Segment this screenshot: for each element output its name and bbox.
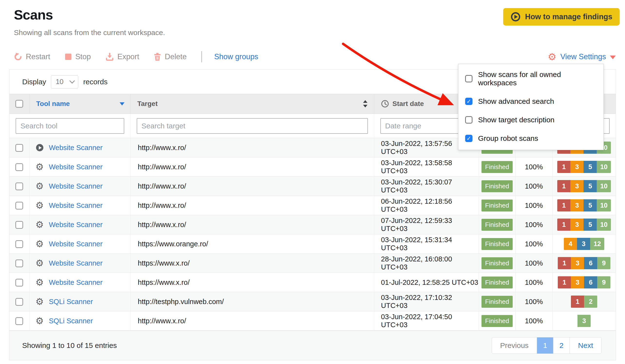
table-row: ⚙Website Scannerhttp://www.x.ro/03-Jun-2… [9,157,616,177]
row-checkbox[interactable] [15,259,23,267]
menu-item-show-scans-for-all-owned-workspaces[interactable]: Show scans for all owned workspaces [465,70,599,87]
checkbox-unchecked[interactable] [465,116,472,123]
finding-badge-green[interactable]: 9 [597,276,610,288]
finding-badge-red[interactable]: 1 [558,276,571,288]
pagination-1[interactable]: 1 [537,337,553,354]
search-tool-input[interactable] [16,118,124,134]
finding-badge-green[interactable]: 10 [597,161,611,173]
checkbox-checked[interactable]: ✓ [465,98,472,105]
findings-badges[interactable]: 13510 [557,161,611,173]
tool-link[interactable]: SQLi Scanner [49,298,93,306]
finding-badge-orange[interactable]: 3 [570,199,584,212]
pagination-2[interactable]: 2 [553,337,569,354]
status-cell: Finished [479,273,515,292]
row-checkbox[interactable] [15,163,23,171]
finding-badge-blue[interactable]: 5 [584,161,597,173]
findings-badges[interactable]: 13510 [557,218,611,231]
finding-badge-green[interactable]: 12 [590,238,604,250]
column-header-target[interactable]: Target [130,94,374,114]
tool-link[interactable]: Website Scanner [49,202,103,210]
tool-link[interactable]: Website Scanner [49,163,103,171]
stop-label: Stop [75,52,91,61]
menu-item-label: Show scans for all owned workspaces [478,70,599,87]
finding-badge-red[interactable]: 1 [571,296,584,308]
findings-badges[interactable]: 4312 [564,238,604,250]
records-label: records [83,78,107,86]
tool-link[interactable]: Website Scanner [49,221,103,229]
menu-item-group-robot-scans[interactable]: ✓Group robot scans [465,134,599,143]
finding-badge-green[interactable]: 10 [597,218,611,231]
findings-badges[interactable]: 12 [571,296,597,308]
row-checkbox[interactable] [15,298,23,306]
finding-badge-red[interactable]: 1 [557,161,570,173]
pagination-previous[interactable]: Previous [492,337,537,354]
finding-badge-blue[interactable]: 5 [584,180,597,192]
how-to-manage-findings-button[interactable]: How to manage findings [503,8,620,26]
menu-item-label: Show target description [478,116,555,124]
menu-item-show-target-description[interactable]: Show target description [465,116,599,124]
finding-badge-orange[interactable]: 3 [571,276,584,288]
target-cell: https://www.x.ro/ [130,273,374,292]
tool-cell: ⚙Website Scanner [29,234,130,254]
row-checkbox[interactable] [15,182,23,190]
stop-button[interactable]: Stop [65,52,91,61]
finding-badge-red[interactable]: 1 [557,218,570,231]
pagination-next[interactable]: Next [569,337,601,354]
findings-badges[interactable]: 13510 [557,199,611,212]
search-target-input[interactable] [137,118,368,134]
target-cell: http://testphp.vulnweb.com/ [130,292,374,311]
finding-badge-blue[interactable]: 3 [577,238,590,250]
tool-link[interactable]: Website Scanner [49,278,103,287]
checkbox-checked[interactable]: ✓ [465,135,472,142]
tool-link[interactable]: Website Scanner [49,182,103,190]
findings-badges[interactable]: 1369 [558,257,610,269]
findings-badges[interactable]: 1369 [558,276,610,288]
finding-badge-blue[interactable]: 5 [584,199,597,212]
finding-badge-red[interactable]: 1 [557,180,570,192]
finding-badge-orange[interactable]: 3 [571,257,584,269]
finding-badge-green[interactable]: 10 [597,180,611,192]
status-badge: Finished [481,180,513,192]
tool-link[interactable]: Website Scanner [49,240,103,248]
finding-badge-green[interactable]: 2 [584,296,597,308]
finding-badge-orange[interactable]: 3 [570,218,584,231]
finding-badge-blue[interactable]: 5 [584,218,597,231]
finding-badge-orange[interactable]: 3 [570,180,584,192]
row-checkbox[interactable] [15,221,23,229]
findings-badges[interactable]: 3 [577,315,591,327]
finding-badge-green[interactable]: 3 [577,315,591,327]
tool-link[interactable]: Website Scanner [49,259,103,267]
start-date-cell: 03-Jun-2022, 15:30:07 UTC+03 [374,177,479,196]
delete-button[interactable]: Delete [154,52,187,61]
finding-badge-red[interactable]: 1 [557,199,570,212]
row-checkbox[interactable] [15,144,23,152]
row-checkbox[interactable] [15,202,23,210]
row-checkbox[interactable] [15,317,23,325]
row-checkbox[interactable] [15,240,23,248]
finding-badge-red[interactable]: 1 [558,257,571,269]
menu-item-show-advanced-search[interactable]: ✓Show advanced search [465,97,599,105]
status-badge: Finished [481,200,513,212]
restart-button[interactable]: Restart [14,52,50,61]
checkbox-unchecked[interactable] [465,75,472,82]
findings-cell: 4312 [552,234,616,254]
export-button[interactable]: Export [105,52,139,61]
select-all-checkbox[interactable] [15,100,23,108]
page-size-select[interactable]: 10 [51,75,78,89]
status-cell: Finished [479,311,515,331]
finding-badge-orange[interactable]: 3 [570,161,584,173]
view-settings-button[interactable]: ⚙ View Settings [548,52,616,62]
finding-badge-green[interactable]: 10 [597,199,611,212]
finding-badge-green[interactable]: 9 [597,257,610,269]
findings-badges[interactable]: 13510 [557,180,611,192]
row-checkbox[interactable] [15,279,23,287]
column-header-tool-name[interactable]: Tool name [29,94,130,114]
finding-badge-blue[interactable]: 6 [584,276,597,288]
show-groups-link[interactable]: Show groups [214,52,258,61]
finding-badge-orange[interactable]: 4 [564,238,577,250]
display-label: Display [22,78,46,86]
finding-badge-blue[interactable]: 6 [584,257,597,269]
findings-cell: 1369 [552,273,616,292]
tool-link[interactable]: SQLi Scanner [49,317,93,325]
tool-link[interactable]: Website Scanner [49,144,103,152]
